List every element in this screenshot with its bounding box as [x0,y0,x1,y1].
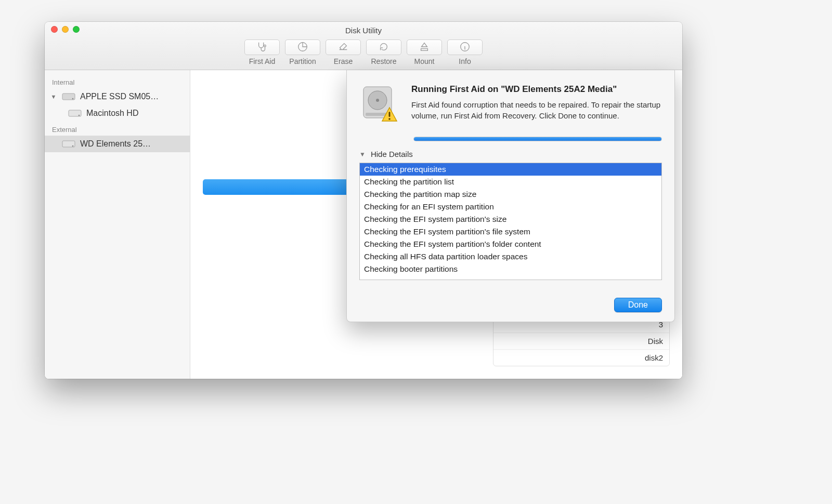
log-line[interactable]: Checking the EFI system partition's size [360,213,661,226]
erase-button[interactable] [326,39,361,55]
sidebar-heading-external: External [45,122,190,136]
restore-button[interactable] [366,39,401,55]
minimize-window-button[interactable] [62,26,69,33]
toolbar-label: Mount [407,57,442,65]
erase-icon [337,41,349,54]
hard-drive-warning-icon [359,84,401,125]
svg-point-4 [72,98,74,100]
svg-point-6 [79,115,80,116]
svg-point-0 [264,45,266,47]
details-toggle-label: Hide Details [371,150,413,158]
internal-volume-icon [68,108,82,118]
info-button[interactable] [447,39,483,55]
sidebar-item-internal-volume[interactable]: Macintosh HD [45,105,190,122]
log-line[interactable]: Checking the EFI system partition's file… [360,226,661,238]
info-value-type: Disk [648,337,663,346]
toolbar-label: Erase [326,57,361,65]
sheet-description: First Aid found corruption that needs to… [411,99,662,121]
main-content: 1 TB 3 Disk disk2 [190,70,682,379]
first-aid-progress-bar [413,137,662,141]
info-value-identifier: disk2 [645,353,663,362]
toolbar-label: Partition [285,57,320,65]
log-line[interactable]: Checking all HFS data partition loader s… [360,250,661,263]
log-line[interactable]: Checking the partition map size [360,188,661,201]
external-disk-icon [61,139,76,149]
toolbar-label: Restore [366,57,401,65]
sidebar-item-label: Macintosh HD [86,109,138,118]
pie-chart-icon [297,41,308,54]
first-aid-sheet: Running First Aid on "WD Elements 25A2 M… [346,70,675,322]
chevron-down-icon: ▼ [359,151,366,158]
svg-point-8 [72,145,74,147]
first-aid-log[interactable]: Checking prerequisites Checking the part… [359,163,662,280]
internal-disk-icon [61,91,76,102]
window-title: Disk Utility [345,23,382,35]
log-line[interactable]: Checking prerequisites [360,163,661,176]
window-controls [51,26,80,33]
sidebar-item-label: APPLE SSD SM05… [80,92,159,101]
mount-button[interactable] [407,39,442,55]
info-icon [459,41,471,54]
stethoscope-icon [256,41,268,54]
chevron-down-icon[interactable]: ▼ [50,94,57,100]
sidebar-heading-internal: Internal [45,74,190,88]
log-line[interactable]: Checking the EFI system partition's fold… [360,238,661,250]
zoom-window-button[interactable] [73,26,80,33]
svg-point-14 [388,118,391,120]
toolbar: First Aid Partition Erase [45,36,682,70]
svg-point-11 [376,99,379,102]
sidebar: Internal ▼ APPLE SSD SM05… Macintosh HD … [45,70,190,379]
log-line[interactable]: Checking the partition list [360,176,661,188]
close-window-button[interactable] [51,26,58,33]
first-aid-button[interactable] [244,39,280,55]
sidebar-item-internal-disk[interactable]: ▼ APPLE SSD SM05… [45,88,190,105]
titlebar: Disk Utility First Aid Partition [45,22,682,70]
sidebar-item-external-disk[interactable]: WD Elements 25… [45,136,190,152]
hide-details-toggle[interactable]: ▼ Hide Details [359,150,662,158]
restore-icon [378,41,389,54]
toolbar-label: Info [447,57,483,65]
toolbar-label: First Aid [244,57,280,65]
sidebar-item-label: WD Elements 25… [80,139,151,149]
disk-utility-window: Disk Utility First Aid Partition [45,22,682,379]
log-line[interactable]: Checking booter partitions [360,263,661,275]
log-line[interactable]: Checking for an EFI system partition [360,201,661,213]
sheet-title: Running First Aid on "WD Elements 25A2 M… [411,84,662,95]
partition-button[interactable] [285,39,320,55]
done-button[interactable]: Done [614,298,662,312]
svg-rect-13 [389,112,391,117]
mount-icon [419,41,430,54]
